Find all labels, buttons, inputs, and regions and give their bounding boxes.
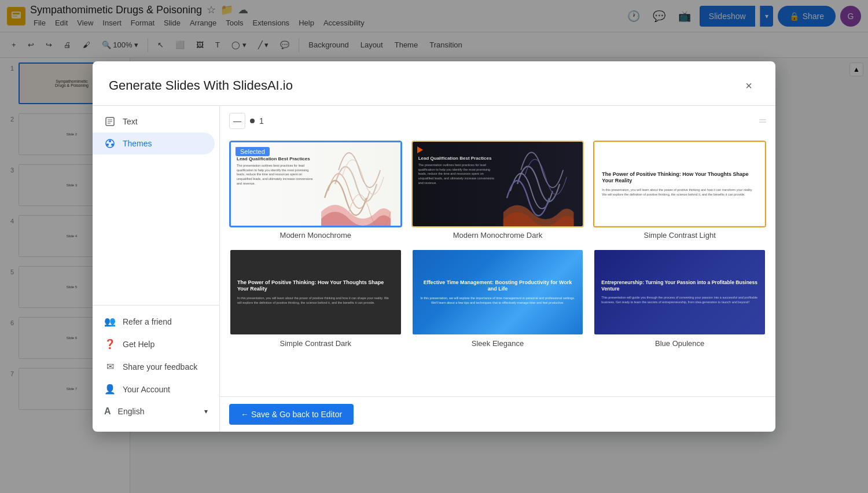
theme-name-modern-monochrome-dark: Modern Monochrome Dark	[411, 231, 584, 240]
preview-title-5: Effective Time Management: Boosting Prod…	[420, 279, 576, 293]
theme-name-simple-contrast-dark: Simple Contrast Dark	[229, 339, 402, 348]
preview-body-6: This presentation will guide you through…	[601, 296, 758, 304]
theme-card-blue-opulence[interactable]: Entrepreneurship: Turning Your Passion i…	[593, 249, 766, 348]
theme-preview-blue-opulence[interactable]: Entrepreneurship: Turning Your Passion i…	[593, 249, 766, 336]
help-icon: ❓	[104, 339, 116, 349]
preview-title-4: The Power of Positive Thinking: How Your…	[237, 279, 394, 293]
preview-body-3: In this presentation, you will learn abo…	[602, 188, 757, 197]
sidebar-account-item[interactable]: 👤 Your Account	[93, 378, 215, 400]
theme-card-simple-contrast-dark[interactable]: The Power of Positive Thinking: How Your…	[229, 249, 402, 348]
modal-title: Generate Slides With SlidesAI.io	[109, 78, 293, 93]
refer-label: Refer a friend	[123, 317, 172, 326]
preview-title-2: Lead Qualification Best Practices	[418, 156, 498, 161]
theme-preview-modern-monochrome[interactable]: Selected Lead Qualification Best Practic…	[229, 141, 402, 227]
sidebar-help-item[interactable]: ❓ Get Help	[93, 333, 215, 355]
svg-point-8	[109, 140, 111, 142]
feedback-label: Share your feedback	[123, 362, 197, 371]
theme-name-blue-opulence: Blue Opulence	[593, 339, 766, 348]
play-icon-dark	[417, 146, 423, 153]
wave-decoration-1	[312, 142, 400, 226]
sidebar-refer-item[interactable]: 👥 Refer a friend	[93, 310, 215, 333]
theme-card-modern-monochrome-dark[interactable]: Lead Qualification Best Practices The pr…	[411, 141, 584, 240]
theme-name-sleek-elegance: Sleek Elegance	[411, 339, 584, 348]
preview-title-3: The Power of Positive Thinking: How Your…	[602, 171, 757, 185]
modal-close-button[interactable]: ×	[738, 75, 759, 96]
preview-title-1: Lead Qualification Best Practices	[237, 156, 315, 161]
modal-body: Text Themes	[93, 106, 775, 432]
themes-icon	[104, 138, 116, 149]
sidebar-text-label: Text	[123, 117, 138, 126]
translate-icon: A	[104, 406, 111, 417]
refer-icon: 👥	[104, 316, 116, 327]
modal-footer: ← Save & Go back to Editor	[220, 396, 775, 432]
minus-icon: —	[233, 116, 241, 126]
selected-badge: Selected	[236, 147, 270, 156]
prev-page-button[interactable]: —	[229, 113, 245, 129]
modal-header: Generate Slides With SlidesAI.io ×	[93, 61, 775, 106]
svg-point-9	[111, 144, 113, 146]
theme-card-simple-contrast-light[interactable]: The Power of Positive Thinking: How Your…	[593, 141, 766, 240]
modal-sidebar: Text Themes	[93, 106, 220, 432]
theme-preview-simple-contrast-dark[interactable]: The Power of Positive Thinking: How Your…	[229, 249, 402, 336]
save-go-back-button[interactable]: ← Save & Go back to Editor	[229, 404, 354, 425]
theme-card-modern-monochrome[interactable]: Selected Lead Qualification Best Practic…	[229, 141, 402, 240]
preview-body-2: The presentation outlines best practices…	[418, 163, 498, 185]
svg-point-10	[106, 144, 109, 146]
modal-overlay: Generate Slides With SlidesAI.io × Te	[0, 0, 868, 493]
theme-preview-simple-contrast-light[interactable]: The Power of Positive Thinking: How Your…	[593, 141, 766, 227]
chevron-down-icon: ▾	[204, 407, 208, 415]
scroll-indicator[interactable]	[759, 119, 766, 123]
modal: Generate Slides With SlidesAI.io × Te	[93, 61, 775, 432]
preview-title-6: Entrepreneurship: Turning Your Passion i…	[601, 279, 758, 292]
modal-main-content: — 1 Selected	[220, 106, 775, 432]
theme-grid: Selected Lead Qualification Best Practic…	[220, 136, 775, 396]
theme-name-simple-contrast-light: Simple Contrast Light	[593, 231, 766, 240]
theme-name-modern-monochrome: Modern Monochrome	[229, 231, 402, 240]
theme-preview-sleek-elegance[interactable]: Effective Time Management: Boosting Prod…	[411, 249, 584, 336]
sidebar-feedback-item[interactable]: ✉ Share your feedback	[93, 355, 215, 378]
theme-card-sleek-elegance[interactable]: Effective Time Management: Boosting Prod…	[411, 249, 584, 348]
feedback-icon: ✉	[104, 361, 116, 372]
preview-body-1: The presentation outlines best practices…	[237, 164, 315, 186]
sidebar-item-text[interactable]: Text	[93, 111, 215, 133]
help-label: Get Help	[123, 340, 155, 349]
sidebar-themes-label: Themes	[123, 139, 152, 148]
text-icon	[104, 116, 116, 127]
preview-body-5: In this presentation, we will explore th…	[420, 296, 576, 305]
sidebar-bottom: 👥 Refer a friend ❓ Get Help ✉ Share your…	[93, 305, 219, 427]
wave-decoration-dark	[494, 142, 583, 226]
language-item[interactable]: A English ▾	[93, 400, 219, 422]
page-dot	[250, 119, 255, 123]
language-label: English	[118, 407, 145, 416]
account-icon: 👤	[104, 384, 116, 395]
preview-body-4: In this presentation, you will learn abo…	[237, 296, 394, 305]
pagination-bar: — 1	[220, 106, 775, 136]
account-label: Your Account	[123, 385, 170, 394]
page-number: 1	[259, 116, 264, 126]
sidebar-item-themes[interactable]: Themes	[93, 133, 215, 154]
theme-preview-modern-monochrome-dark[interactable]: Lead Qualification Best Practices The pr…	[411, 141, 584, 227]
